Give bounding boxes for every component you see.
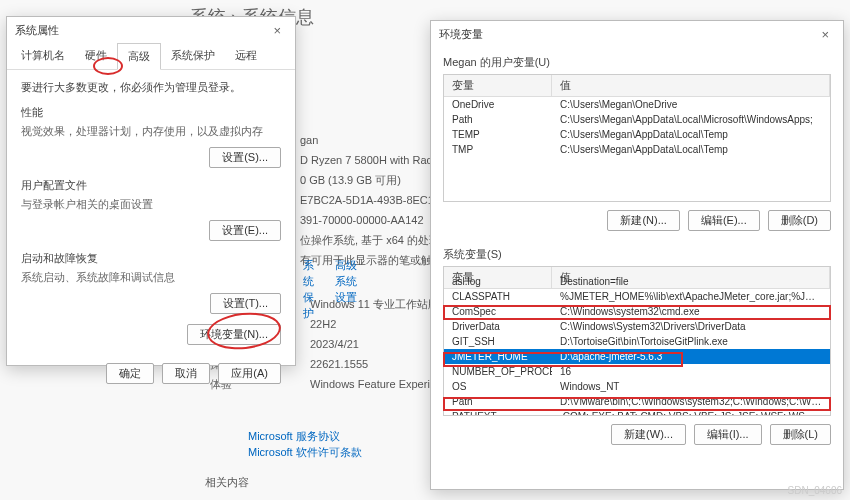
sys-vars-table[interactable]: 变量 值 asl.logDestination=fileCLASSPATH%JM… [443, 266, 831, 416]
info-product-id: 391-70000-00000-AA142 [300, 210, 424, 230]
info-owner: gan [300, 130, 318, 150]
cancel-button[interactable]: 取消 [162, 363, 210, 384]
col-value[interactable]: 值 [552, 75, 830, 96]
var-name: PATHEXT [444, 409, 552, 416]
close-icon[interactable]: × [267, 23, 287, 38]
userprof-settings-button[interactable]: 设置(E)... [209, 220, 281, 241]
var-name: GIT_SSH [444, 334, 552, 349]
tabs: 计算机名 硬件 高级 系统保护 远程 [7, 43, 295, 70]
var-value: Destination=file [552, 274, 830, 289]
var-name: OneDrive [444, 97, 552, 112]
perf-settings-button[interactable]: 设置(S)... [209, 147, 281, 168]
info-arch: 位操作系统, 基于 x64 的处理器 [300, 230, 451, 250]
perf-desc: 视觉效果，处理器计划，内存使用，以及虚拟内存 [21, 124, 281, 139]
table-row[interactable]: GIT_SSHD:\TortoiseGit\bin\TortoiseGitPli… [444, 334, 830, 349]
var-name: TEMP [444, 127, 552, 142]
var-value: C:\Users\Megan\OneDrive [552, 97, 830, 112]
link-ms-license[interactable]: Microsoft 软件许可条款 [248, 444, 362, 460]
user-delete-button[interactable]: 删除(D) [768, 210, 831, 231]
table-row[interactable]: PathD:\VMware\bin\;C:\Windows\system32;C… [444, 394, 830, 409]
var-value: D:\apache-jmeter-5.6.3 [552, 349, 830, 364]
table-row[interactable]: ComSpecC:\Windows\system32\cmd.exe [444, 304, 830, 319]
var-name: NUMBER_OF_PROCESSORS [444, 364, 552, 379]
userprof-desc: 与登录帐户相关的桌面设置 [21, 197, 281, 212]
close-icon[interactable]: × [815, 27, 835, 42]
info-install: 2023/4/21 [310, 334, 359, 354]
table-row[interactable]: TEMPC:\Users\Megan\AppData\Local\Temp [444, 127, 830, 142]
var-name: asl.log [444, 274, 552, 289]
info-osver: 22621.1555 [310, 354, 368, 374]
var-value: C:\Users\Megan\AppData\Local\Temp [552, 142, 830, 157]
link-ms-service[interactable]: Microsoft 服务协议 [248, 428, 362, 444]
sys-delete-button[interactable]: 删除(L) [770, 424, 831, 445]
env-variables-dialog: 环境变量 × Megan 的用户变量(U) 变量 值 OneDriveC:\Us… [430, 20, 844, 490]
table-row[interactable]: PathC:\Users\Megan\AppData\Local\Microso… [444, 112, 830, 127]
table-row[interactable]: asl.logDestination=file [444, 274, 830, 289]
apply-button[interactable]: 应用(A) [218, 363, 281, 384]
admin-note: 要进行大多数更改，你必须作为管理员登录。 [21, 80, 281, 95]
var-value: D:\VMware\bin\;C:\Windows\system32;C:\Wi… [552, 394, 830, 409]
var-name: ComSpec [444, 304, 552, 319]
startup-desc: 系统启动、系统故障和调试信息 [21, 270, 281, 285]
watermark: SDN_04606 [788, 485, 842, 496]
sys-edit-button[interactable]: 编辑(I)... [694, 424, 762, 445]
tab-remote[interactable]: 远程 [225, 43, 267, 69]
env-var-button[interactable]: 环境变量(N)... [187, 324, 281, 345]
user-vars-label: Megan 的用户变量(U) [431, 47, 843, 74]
tab-system-protect[interactable]: 系统保护 [161, 43, 225, 69]
var-name: DriverData [444, 319, 552, 334]
var-name: JMETER_HOME [444, 349, 552, 364]
perf-title: 性能 [21, 105, 281, 120]
related-heading: 相关内容 [205, 475, 249, 490]
table-row[interactable]: DriverDataC:\Windows\System32\Drivers\Dr… [444, 319, 830, 334]
startup-title: 启动和故障恢复 [21, 251, 281, 266]
var-value: %JMETER_HOME%\lib\ext\ApacheJMeter_core.… [552, 289, 830, 304]
link-advanced-system[interactable]: 高级系统设置 [335, 257, 362, 321]
var-value: C:\Windows\System32\Drivers\DriverData [552, 319, 830, 334]
var-value: 16 [552, 364, 830, 379]
startup-settings-button[interactable]: 设置(T)... [210, 293, 281, 314]
table-row[interactable]: PATHEXT.COM;.EXE;.BAT;.CMD;.VBS;.VBE;.JS… [444, 409, 830, 416]
var-value: C:\Users\Megan\AppData\Local\Temp [552, 127, 830, 142]
info-ram: 0 GB (13.9 GB 可用) [300, 170, 401, 190]
var-value: C:\Windows\system32\cmd.exe [552, 304, 830, 319]
system-properties-dialog: 系统属性 × 计算机名 硬件 高级 系统保护 远程 要进行大多数更改，你必须作为… [6, 16, 296, 366]
tab-hardware[interactable]: 硬件 [75, 43, 117, 69]
var-value: C:\Users\Megan\AppData\Local\Microsoft\W… [552, 112, 830, 127]
var-value: Windows_NT [552, 379, 830, 394]
table-row[interactable]: CLASSPATH%JMETER_HOME%\lib\ext\ApacheJMe… [444, 289, 830, 304]
user-vars-table[interactable]: 变量 值 OneDriveC:\Users\Megan\OneDrivePath… [443, 74, 831, 202]
system-links: 系统保护 高级系统设置 Microsoft 服务协议 Microsoft 软件许… [248, 428, 362, 460]
env-dialog-title: 环境变量 [439, 27, 483, 42]
table-row[interactable]: OSWindows_NT [444, 379, 830, 394]
var-name: Path [444, 394, 552, 409]
tab-computer-name[interactable]: 计算机名 [11, 43, 75, 69]
var-name: CLASSPATH [444, 289, 552, 304]
tab-advanced[interactable]: 高级 [117, 43, 161, 70]
table-row[interactable]: NUMBER_OF_PROCESSORS16 [444, 364, 830, 379]
table-row[interactable]: OneDriveC:\Users\Megan\OneDrive [444, 97, 830, 112]
sys-vars-label: 系统变量(S) [431, 239, 843, 266]
var-value: D:\TortoiseGit\bin\TortoiseGitPlink.exe [552, 334, 830, 349]
sys-new-button[interactable]: 新建(W)... [611, 424, 686, 445]
var-name: Path [444, 112, 552, 127]
var-value: .COM;.EXE;.BAT;.CMD;.VBS;.VBE;.JS;.JSE;.… [552, 409, 830, 416]
user-edit-button[interactable]: 编辑(E)... [688, 210, 760, 231]
var-name: OS [444, 379, 552, 394]
user-new-button[interactable]: 新建(N)... [607, 210, 679, 231]
link-system-protect[interactable]: 系统保护 [303, 257, 321, 321]
dialog-title: 系统属性 [15, 23, 59, 38]
var-name: TMP [444, 142, 552, 157]
userprof-title: 用户配置文件 [21, 178, 281, 193]
table-row[interactable]: JMETER_HOMED:\apache-jmeter-5.6.3 [444, 349, 830, 364]
table-row[interactable]: TMPC:\Users\Megan\AppData\Local\Temp [444, 142, 830, 157]
ok-button[interactable]: 确定 [106, 363, 154, 384]
col-variable[interactable]: 变量 [444, 75, 552, 96]
